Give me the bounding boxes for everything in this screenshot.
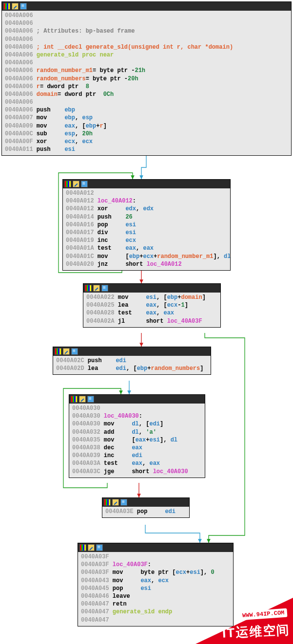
list-icon	[96, 544, 103, 551]
block-code[interactable]: 0040A022 mov esi, [ebp+domain] 0040A025 …	[83, 293, 220, 327]
block-titlebar	[2, 2, 291, 11]
edit-icon	[88, 544, 95, 551]
list-icon	[87, 396, 94, 403]
color-mode-icon	[71, 396, 78, 403]
block-titlebar	[53, 347, 211, 356]
list-icon	[71, 348, 78, 355]
edit-icon	[73, 181, 79, 187]
color-mode-icon	[55, 348, 61, 355]
color-mode-icon	[104, 499, 111, 506]
disasm-block-40a02c[interactable]: 0040A02C push edi 0040A02D lea edi, [ebp…	[53, 347, 211, 375]
block-titlebar	[78, 543, 233, 552]
block-code[interactable]: 0040A03F 0040A03F loc_40A03F: 0040A03F m…	[78, 552, 233, 626]
color-mode-icon	[79, 544, 86, 551]
block-titlebar	[69, 395, 205, 404]
block-code[interactable]: 0040A03E pop edi	[102, 507, 189, 517]
color-mode-icon	[64, 181, 71, 187]
edit-icon	[79, 396, 86, 403]
edit-icon	[12, 3, 19, 10]
block-code[interactable]: 0040A02C push edi 0040A02D lea edi, [ebp…	[53, 356, 211, 374]
edit-icon	[93, 285, 100, 292]
list-icon	[81, 181, 88, 187]
block-titlebar	[83, 284, 220, 293]
disasm-block-entry[interactable]: 0040A006 0040A006 0040A006 ; Attributes:…	[1, 1, 292, 156]
disasm-block-40a03e[interactable]: 0040A03E pop edi	[102, 497, 190, 518]
list-icon	[101, 285, 108, 292]
edit-icon	[112, 499, 119, 506]
block-code[interactable]: 0040A030 0040A030 loc_40A030: 0040A030 m…	[69, 404, 205, 478]
disasm-block-loc-40a03f[interactable]: 0040A03F 0040A03F loc_40A03F: 0040A03F m…	[78, 543, 234, 626]
block-code[interactable]: 0040A006 0040A006 0040A006 ; Attributes:…	[2, 11, 291, 155]
disasm-block-40a022[interactable]: 0040A022 mov esi, [ebp+domain] 0040A025 …	[83, 283, 221, 328]
list-icon	[20, 3, 27, 10]
color-mode-icon	[85, 285, 92, 292]
edit-icon	[63, 348, 70, 355]
block-titlebar	[102, 498, 189, 507]
color-mode-icon	[3, 3, 10, 10]
watermark-url: WWW.94IP.COM	[239, 608, 287, 620]
disasm-block-loc-40a030[interactable]: 0040A030 0040A030 loc_40A030: 0040A030 m…	[69, 394, 205, 478]
block-titlebar	[63, 180, 230, 188]
block-code[interactable]: 0040A012 0040A012 loc_40A012: 0040A012 x…	[63, 188, 230, 270]
disasm-block-loc-40a012[interactable]: 0040A012 0040A012 loc_40A012: 0040A012 x…	[62, 179, 231, 271]
list-icon	[120, 499, 127, 506]
